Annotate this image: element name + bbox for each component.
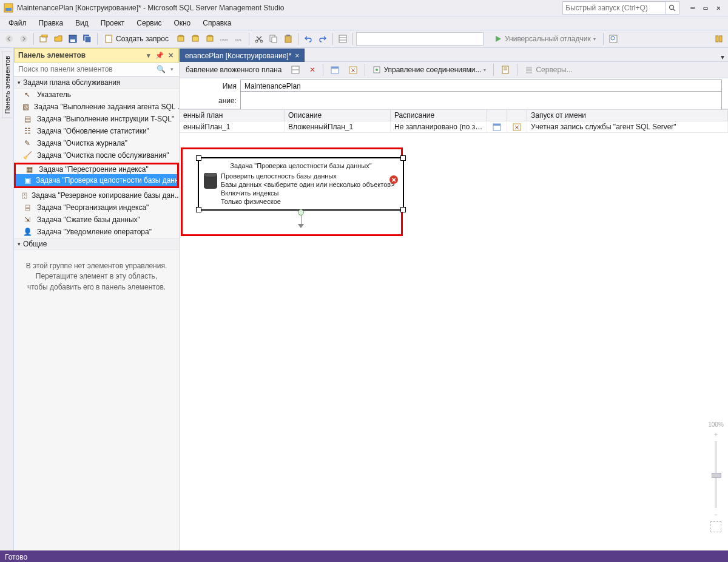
toolbox-item-rebuild-index[interactable]: ▦Задача "Перестроение индекса" <box>16 164 177 174</box>
search-icon[interactable] <box>665 2 679 14</box>
toolbox-item-tsql[interactable]: ▤Задача "Выполнение инструкции T-SQL" <box>14 113 179 125</box>
db-icon-1[interactable] <box>175 33 187 45</box>
zoom-out-icon[interactable]: － <box>713 510 719 519</box>
schedule-remove-icon[interactable] <box>507 121 527 132</box>
toolbox-rail-tab[interactable]: Панель элементов <box>2 52 12 118</box>
task-title: Задача "Проверка целостности базы данных… <box>204 162 398 169</box>
document-tab-active[interactable]: enancePlan [Конструирование]* × <box>180 49 305 62</box>
new-query-button[interactable]: Создать запрос <box>101 32 173 46</box>
cell-subplan: енныйПлан_1 <box>180 121 285 132</box>
toolbox-item-history-cleanup[interactable]: ✎Задача "Очистка журнала" <box>14 137 179 149</box>
extra-icon[interactable] <box>713 33 725 45</box>
quick-launch-box[interactable] <box>562 1 679 15</box>
add-subplan-button[interactable]: бавление вложенного плана <box>182 63 285 76</box>
xmla-icon[interactable]: XML <box>233 33 245 45</box>
nav-fwd-icon[interactable] <box>18 33 30 45</box>
cell-schedule: Не запланировано (по з… <box>391 121 487 132</box>
toolbox-menu-icon[interactable]: ▾ <box>144 51 153 59</box>
toolbox-search-input[interactable] <box>16 65 155 73</box>
menu-file[interactable]: Файл <box>2 18 33 29</box>
svg-text:DMX: DMX <box>220 38 228 42</box>
save-all-icon[interactable] <box>81 33 93 45</box>
tabs-overflow-icon[interactable]: ▾ <box>717 53 728 61</box>
open-icon[interactable] <box>52 33 64 45</box>
task-icon: 🧹 <box>22 151 32 160</box>
toolbox-item-pointer[interactable]: ↖Указатель <box>14 89 179 101</box>
debugger-button[interactable]: Универсальный отладчик ▾ <box>490 32 600 46</box>
delete-subplan-icon[interactable]: ✕ <box>306 63 319 76</box>
maximize-button[interactable]: ▭ <box>704 4 708 12</box>
remove-schedule-icon[interactable] <box>345 63 361 76</box>
task-icon: ⌹ <box>22 191 27 200</box>
design-canvas[interactable]: Задача "Проверка целостности базы данных… <box>180 133 728 550</box>
toolbox-item-update-stats[interactable]: ☷Задача "Обновление статистики" <box>14 125 179 137</box>
menu-project[interactable]: Проект <box>95 18 131 29</box>
toolbox-header: Панель элементов ▾ 📌 ✕ <box>14 48 179 63</box>
minimize-button[interactable]: — <box>690 4 695 12</box>
quick-launch-input[interactable] <box>563 2 665 13</box>
pin-icon[interactable]: 📌 <box>155 51 164 59</box>
search-icon[interactable]: 🔍 <box>155 65 166 73</box>
undo-icon[interactable] <box>302 33 314 45</box>
subplan-props-icon[interactable] <box>288 63 303 76</box>
solution-config-combo[interactable] <box>356 32 484 46</box>
svg-rect-25 <box>285 36 291 42</box>
plan-form: Имя MaintenancePlan ание: <box>180 78 728 109</box>
svg-marker-30 <box>496 36 501 42</box>
toolbox-item-backup[interactable]: ⌹Задача "Резервное копирование базы дан.… <box>14 189 179 201</box>
schedule-edit-icon[interactable] <box>487 121 507 132</box>
cell-runas: Учетная запись службы "агент SQL Server" <box>527 121 728 132</box>
menu-window[interactable]: Окно <box>167 18 197 29</box>
zoom-fit-icon[interactable] <box>710 521 721 532</box>
toolbox-empty-help: В этой группе нет элементов управления. … <box>14 250 179 303</box>
desc-field[interactable] <box>240 91 722 110</box>
dmx-icon[interactable]: DMX <box>218 33 231 45</box>
copy-icon[interactable] <box>268 33 280 45</box>
error-icon[interactable]: ✕ <box>389 175 398 184</box>
flow-arrow[interactable] <box>298 209 304 228</box>
task-node-check-integrity[interactable]: Задача "Проверка целостности базы данных… <box>198 157 404 211</box>
db-icon-3[interactable] <box>204 33 216 45</box>
svg-line-3 <box>673 9 675 11</box>
pointer-icon: ↖ <box>22 90 32 100</box>
app-icon <box>4 3 13 13</box>
redo-icon[interactable] <box>317 33 329 45</box>
servers-button[interactable]: Серверы... <box>521 63 576 76</box>
toolbox-search[interactable]: 🔍 ▾ <box>14 63 179 76</box>
nav-back-icon[interactable] <box>3 33 15 45</box>
log-icon[interactable] <box>497 63 513 76</box>
menu-service[interactable]: Сервис <box>130 18 167 29</box>
schedule-icon[interactable] <box>327 63 343 76</box>
toolbox-item-shrink-db[interactable]: ⇲Задача "Сжатие базы данных" <box>14 214 179 226</box>
document-tab-label: enancePlan [Конструирование]* <box>185 52 291 60</box>
menu-view[interactable]: Вид <box>69 18 95 29</box>
menu-help[interactable]: Справка <box>197 18 237 29</box>
save-icon[interactable] <box>67 33 79 45</box>
paste-icon[interactable] <box>282 33 294 45</box>
zoom-control: 100% ＋ － <box>709 421 723 532</box>
new-project-icon[interactable] <box>38 33 50 45</box>
toolbox-item-agent-job[interactable]: ▧Задача "Выполнение задания агента SQL .… <box>14 101 179 113</box>
col-sched-btn <box>487 110 507 121</box>
close-button[interactable]: ✕ <box>716 4 721 12</box>
menu-edit[interactable]: Правка <box>33 18 70 29</box>
manage-connections-button[interactable]: Управление соединениями... ▾ <box>369 63 490 76</box>
chevron-down-icon[interactable]: ▾ <box>166 66 177 72</box>
zoom-slider[interactable] <box>715 441 717 508</box>
task-icon: ⌸ <box>22 203 32 212</box>
db-icon-2[interactable] <box>189 33 201 45</box>
subplan-grid-row[interactable]: енныйПлан_1 ВложенныйПлан_1 Не запланиро… <box>180 121 728 133</box>
toolbox-group-common[interactable]: ▾ Общие <box>14 238 179 250</box>
toolbox-group-maintenance[interactable]: ▾ Задачи плана обслуживания <box>14 76 179 89</box>
cut-icon[interactable] <box>253 33 265 45</box>
zoom-in-icon[interactable]: ＋ <box>713 430 719 439</box>
toolbox-item-notify-operator[interactable]: 👤Задача "Уведомление оператора" <box>14 226 179 238</box>
toolbox-item-check-integrity[interactable]: ▣Задача "Проверка целостности базы данн.… <box>16 174 177 186</box>
tab-close-icon[interactable]: × <box>295 52 299 60</box>
svg-rect-27 <box>339 35 346 42</box>
properties-icon[interactable] <box>337 33 349 45</box>
toolbox-item-maintenance-cleanup[interactable]: 🧹Задача "Очистка после обслуживания" <box>14 149 179 161</box>
toolbox-close-icon[interactable]: ✕ <box>166 51 175 59</box>
toolbox-item-reorg-index[interactable]: ⌸Задача "Реорганизация индекса" <box>14 201 179 214</box>
find-icon[interactable] <box>607 33 619 45</box>
